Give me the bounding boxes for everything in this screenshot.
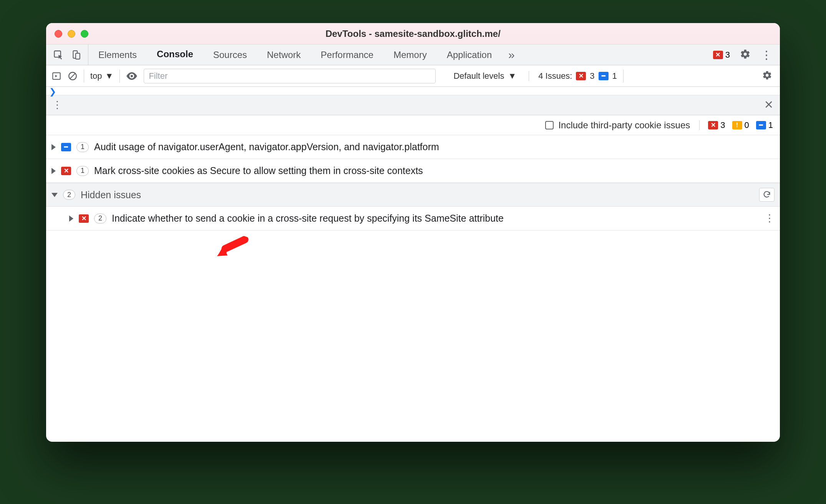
- log-levels-selector[interactable]: Default levels ▼: [453, 71, 516, 81]
- issues-drawer-header: ⋮: [46, 95, 780, 115]
- separator: [84, 70, 84, 83]
- issues-filter-bar: Include third-party cookie issues ✕ 3 ! …: [46, 115, 780, 135]
- issue-row[interactable]: ✕ 1 Mark cross-site cookies as Secure to…: [46, 159, 780, 183]
- errors-badge[interactable]: ✕ 3: [713, 50, 730, 60]
- issue-row[interactable]: ━ 1 Audit usage of navigator.userAgent, …: [46, 135, 780, 159]
- traffic-lights: [55, 30, 88, 38]
- settings-gear-icon[interactable]: [740, 49, 751, 61]
- info-icon: ━: [599, 72, 609, 80]
- svg-point-6: [131, 75, 133, 77]
- execution-context-selector[interactable]: top ▼: [90, 71, 113, 81]
- warning-icon: !: [732, 121, 742, 129]
- issue-title: Mark cross-site cookies as Secure to all…: [94, 165, 423, 176]
- error-icon: ✕: [576, 72, 586, 80]
- window-titlebar: DevTools - samesite-sandbox.glitch.me/: [46, 23, 780, 45]
- tab-elements[interactable]: Elements: [88, 45, 147, 65]
- issues-list: ━ 1 Audit usage of navigator.userAgent, …: [46, 135, 780, 230]
- main-menu-kebab-icon[interactable]: ⋮: [761, 48, 772, 61]
- error-count: ✕ 3: [708, 120, 725, 130]
- window-title: DevTools - samesite-sandbox.glitch.me/: [46, 28, 780, 39]
- issues-error-count: 3: [590, 71, 594, 81]
- hidden-issues-section[interactable]: 2 Hidden issues: [46, 183, 780, 207]
- checkbox-label: Include third-party cookie issues: [558, 120, 690, 131]
- warning-count: ! 0: [732, 120, 749, 130]
- include-third-party-checkbox[interactable]: Include third-party cookie issues: [545, 120, 690, 131]
- devtools-window: DevTools - samesite-sandbox.glitch.me/ E…: [46, 23, 780, 442]
- hidden-issue-row[interactable]: ✕ 2 Indicate whether to send a cookie in…: [46, 207, 780, 230]
- tab-sources[interactable]: Sources: [203, 45, 257, 65]
- issue-title: Indicate whether to send a cookie in a c…: [112, 213, 759, 224]
- issue-row-kebab-icon[interactable]: ⋮: [765, 212, 775, 224]
- error-icon: ✕: [61, 167, 71, 175]
- expand-triangle-icon: [51, 144, 56, 150]
- console-caret-icon: ❯: [49, 87, 56, 96]
- error-icon: ✕: [713, 51, 723, 59]
- tab-left-tools: [46, 45, 88, 65]
- chevron-down-icon: ▼: [105, 71, 114, 81]
- svg-line-5: [70, 73, 75, 78]
- expand-triangle-icon: [69, 216, 73, 222]
- tab-performance[interactable]: Performance: [311, 45, 383, 65]
- tab-application[interactable]: Application: [437, 45, 502, 65]
- issue-count-badge: 2: [94, 214, 106, 224]
- console-settings-gear-icon[interactable]: [762, 70, 772, 82]
- annotation-arrow-icon: [211, 228, 250, 267]
- refresh-hidden-button[interactable]: [759, 188, 775, 202]
- maximize-window-button[interactable]: [81, 30, 88, 38]
- panel-tabs: Elements Console Sources Network Perform…: [88, 45, 705, 65]
- issues-drawer-close-icon[interactable]: [764, 99, 774, 111]
- levels-label: Default levels: [453, 71, 504, 81]
- expand-triangle-icon: [51, 168, 56, 174]
- console-toolbar: top ▼ Default levels ▼ 4 Issues: ✕ 3 ━ 1: [46, 65, 780, 87]
- errors-count: 3: [725, 50, 730, 60]
- console-prompt-area[interactable]: ❯: [46, 87, 780, 95]
- checkbox-icon: [545, 121, 554, 129]
- collapse-triangle-icon: [51, 193, 58, 197]
- chevron-down-icon: ▼: [508, 71, 516, 81]
- info-icon: ━: [756, 121, 766, 129]
- info-icon: ━: [61, 143, 71, 151]
- issues-drawer-kebab-icon[interactable]: ⋮: [52, 99, 62, 111]
- minimize-window-button[interactable]: [68, 30, 75, 38]
- error-icon: ✕: [708, 121, 718, 129]
- clear-console-icon[interactable]: [68, 71, 78, 81]
- svg-rect-2: [76, 53, 80, 59]
- issues-label: 4 Issues:: [538, 71, 572, 81]
- hidden-section-label: Hidden issues: [81, 189, 141, 201]
- live-expression-eye-icon[interactable]: [126, 72, 138, 80]
- error-icon: ✕: [79, 214, 89, 223]
- separator: [623, 70, 624, 83]
- close-window-button[interactable]: [55, 30, 62, 38]
- issues-counts: ✕ 3 ! 0 ━ 1: [699, 120, 773, 130]
- device-toolbar-icon[interactable]: [71, 50, 81, 60]
- tab-network[interactable]: Network: [257, 45, 311, 65]
- info-count: ━ 1: [756, 120, 773, 130]
- hidden-count-badge: 2: [63, 190, 75, 200]
- tabbar-right-tools: ✕ 3 ⋮: [705, 45, 780, 65]
- issue-count-badge: 1: [76, 142, 89, 152]
- issue-title: Audit usage of navigator.userAgent, navi…: [94, 141, 439, 153]
- panel-tabstrip: Elements Console Sources Network Perform…: [46, 45, 780, 65]
- context-label: top: [90, 71, 102, 81]
- issue-count-badge: 1: [76, 166, 89, 176]
- inspect-element-icon[interactable]: [53, 50, 64, 60]
- separator: [119, 70, 120, 83]
- console-filter-input[interactable]: [144, 69, 436, 83]
- tab-console[interactable]: Console: [147, 45, 203, 65]
- tab-memory[interactable]: Memory: [383, 45, 437, 65]
- toggle-drawer-icon[interactable]: [51, 71, 61, 81]
- issues-counter[interactable]: 4 Issues: ✕ 3 ━ 1: [529, 71, 617, 81]
- issues-info-count: 1: [612, 71, 617, 81]
- tabs-overflow-button[interactable]: »: [502, 45, 521, 65]
